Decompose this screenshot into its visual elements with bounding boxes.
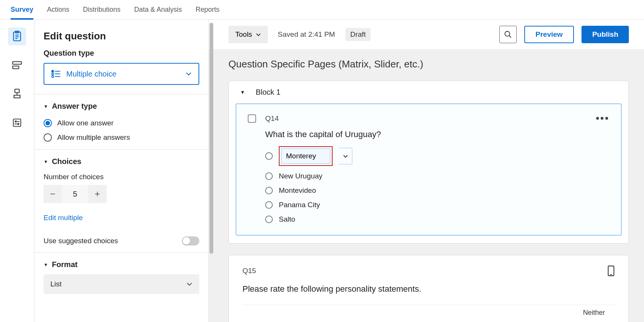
device-preview-icon[interactable] xyxy=(607,265,615,277)
format-value: List xyxy=(50,280,62,288)
rail-look-icon[interactable] xyxy=(8,85,26,103)
publish-button[interactable]: Publish xyxy=(581,26,629,43)
stepper-decrement[interactable]: − xyxy=(44,185,62,203)
choice-radio-icon[interactable] xyxy=(265,152,273,160)
survey-canvas: Tools Saved at 2:41 PM Draft Preview Pub… xyxy=(208,20,644,322)
edit-question-panel: Edit question Question type Multiple cho… xyxy=(34,20,208,322)
question-type-value: Multiple choice xyxy=(66,70,116,78)
format-heading[interactable]: ▼ Format xyxy=(34,253,208,274)
choice-row[interactable]: New Uruguay xyxy=(265,172,610,180)
choice-label: Panama City xyxy=(279,201,320,209)
svg-rect-7 xyxy=(15,89,19,92)
radio-unchecked-icon xyxy=(44,133,52,142)
top-tabs: Survey Actions Distributions Data & Anal… xyxy=(0,0,644,20)
answer-type-heading[interactable]: ▼ Answer type xyxy=(34,94,208,116)
tab-distributions[interactable]: Distributions xyxy=(83,0,120,19)
choices-count-stepper: − 5 + xyxy=(44,185,106,203)
question-more-icon[interactable]: ••• xyxy=(596,113,610,124)
svg-point-14 xyxy=(52,70,54,72)
svg-rect-9 xyxy=(13,119,21,127)
question-number: Q15 xyxy=(242,267,256,275)
svg-rect-5 xyxy=(13,62,21,64)
rail-options-icon[interactable] xyxy=(8,114,26,132)
question-text[interactable]: What is the capital of Uruguay? xyxy=(265,130,610,139)
question-select-checkbox[interactable] xyxy=(248,114,256,123)
choice-radio-icon xyxy=(265,172,273,180)
svg-point-16 xyxy=(52,73,54,75)
tab-data-analysis[interactable]: Data & Analysis xyxy=(134,0,182,19)
canvas-toolbar: Tools Saved at 2:41 PM Draft Preview Pub… xyxy=(209,20,644,49)
svg-line-21 xyxy=(509,36,511,38)
question-choices: New Uruguay Montevideo Panama City xyxy=(265,146,610,224)
number-of-choices-label: Number of choices xyxy=(34,171,208,185)
matrix-column-label: Neither xyxy=(573,309,615,317)
choice-label: Montevideo xyxy=(279,186,316,195)
question-card-q15[interactable]: Q15 Please rate the following personalit… xyxy=(228,255,629,322)
tools-button[interactable]: Tools xyxy=(228,26,268,43)
matrix-header: Neither xyxy=(242,305,615,317)
block-label: Block 1 xyxy=(256,88,281,97)
question-text[interactable]: Please rate the following personality st… xyxy=(242,284,615,294)
question-type-select[interactable]: Multiple choice xyxy=(44,63,199,85)
allow-multiple-answers-radio[interactable]: Allow multiple answers xyxy=(34,130,208,145)
choice-options-dropdown[interactable] xyxy=(339,148,352,164)
choice-radio-icon xyxy=(265,187,273,194)
choice-label: New Uruguay xyxy=(279,172,322,180)
chevron-down-icon xyxy=(343,155,348,158)
choices-label: Choices xyxy=(52,157,81,166)
caret-down-icon: ▼ xyxy=(44,262,48,267)
canvas-title: Question Specific Pages (Matrix, Slider,… xyxy=(228,49,629,81)
radio-checked-icon xyxy=(44,119,52,127)
allow-one-answer-radio[interactable]: Allow one answer xyxy=(34,116,208,130)
stepper-increment[interactable]: + xyxy=(88,185,106,203)
chevron-down-icon xyxy=(256,33,261,36)
search-icon xyxy=(504,30,512,39)
question-card-q14[interactable]: Q14 ••• What is the capital of Uruguay? xyxy=(236,103,622,236)
choice-row[interactable]: Panama City xyxy=(265,201,610,209)
choices-heading[interactable]: ▼ Choices xyxy=(34,150,208,171)
caret-down-icon: ▼ xyxy=(44,159,48,164)
svg-rect-6 xyxy=(13,66,19,69)
panel-title: Edit question xyxy=(34,20,208,49)
search-button[interactable] xyxy=(499,26,517,43)
choice-radio-icon xyxy=(265,201,273,209)
use-suggested-choices-label: Use suggested choices xyxy=(44,237,118,245)
tab-survey[interactable]: Survey xyxy=(11,0,33,19)
choice-row[interactable]: Montevideo xyxy=(265,186,610,195)
format-select[interactable]: List xyxy=(44,274,199,294)
choice-text-input[interactable] xyxy=(281,148,330,164)
question-type-label: Question type xyxy=(34,49,208,63)
svg-point-12 xyxy=(18,123,19,125)
rail-flow-icon[interactable] xyxy=(8,56,26,74)
caret-down-icon: ▼ xyxy=(44,104,48,109)
preview-button[interactable]: Preview xyxy=(524,26,574,43)
rail-builder-icon[interactable] xyxy=(8,27,26,45)
choice-edit-highlight xyxy=(279,146,333,166)
answer-type-label: Answer type xyxy=(52,102,97,111)
choice-label: Salto xyxy=(279,215,295,224)
saved-status: Saved at 2:41 PM xyxy=(278,30,335,39)
svg-point-10 xyxy=(15,121,16,122)
use-suggested-choices-toggle[interactable] xyxy=(182,236,199,245)
edit-multiple-link[interactable]: Edit multiple xyxy=(34,210,92,231)
canvas-scrollbar[interactable] xyxy=(209,20,213,255)
svg-point-20 xyxy=(505,31,510,36)
choice-radio-icon xyxy=(265,216,273,223)
tab-actions[interactable]: Actions xyxy=(47,0,69,19)
format-label: Format xyxy=(52,260,78,269)
allow-multiple-answers-label: Allow multiple answers xyxy=(57,133,130,142)
stepper-value: 5 xyxy=(62,185,88,203)
draft-badge: Draft xyxy=(345,28,370,41)
svg-point-18 xyxy=(52,76,54,78)
chevron-down-icon xyxy=(186,72,192,76)
chevron-down-icon xyxy=(186,282,192,286)
question-number: Q14 xyxy=(265,114,279,123)
choice-row-editing xyxy=(265,146,610,166)
block-collapse-toggle[interactable]: ▼ xyxy=(240,89,245,95)
multiple-choice-icon xyxy=(51,70,61,78)
tools-label: Tools xyxy=(235,30,252,39)
left-rail xyxy=(0,20,34,322)
choice-row[interactable]: Salto xyxy=(265,215,610,224)
tab-reports[interactable]: Reports xyxy=(195,0,219,19)
allow-one-answer-label: Allow one answer xyxy=(57,119,114,127)
